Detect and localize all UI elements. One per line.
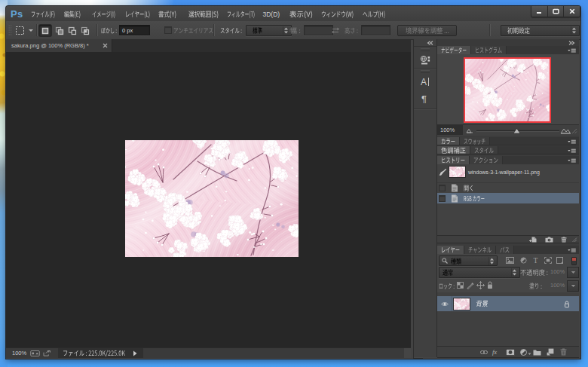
- swap-dimensions-icon[interactable]: [331, 27, 340, 34]
- filter-shape-layers-icon[interactable]: [544, 257, 552, 264]
- history-row-selected[interactable]: [437, 193, 579, 203]
- new-group-icon[interactable]: [533, 349, 541, 356]
- style-select[interactable]: [246, 25, 292, 36]
- new-snapshot-icon[interactable]: [545, 237, 553, 243]
- menu-item-8[interactable]: 3D(D): [263, 9, 280, 19]
- collapsed-dock-header[interactable]: [414, 39, 436, 47]
- menu-item-1[interactable]: [31, 9, 55, 19]
- character-panel-button[interactable]: A: [414, 73, 436, 90]
- minimize-button[interactable]: [531, 6, 547, 17]
- tab-navigator[interactable]: [437, 46, 471, 54]
- fill-value[interactable]: 100%: [550, 282, 565, 289]
- layer-style-button[interactable]: fx: [492, 348, 497, 356]
- status-zoom-level[interactable]: 100%: [12, 350, 26, 356]
- fill-dropdown-button[interactable]: [567, 280, 579, 292]
- tab-paths[interactable]: [496, 246, 514, 254]
- tab-adjustments[interactable]: [437, 146, 470, 154]
- tab-histogram[interactable]: [471, 46, 507, 54]
- menu-item-11[interactable]: [363, 9, 385, 19]
- history-source-checkbox[interactable]: [439, 185, 446, 191]
- zoom-in-thumbnail-icon[interactable]: [560, 127, 571, 134]
- panel-menu-icon[interactable]: [568, 48, 576, 54]
- tab-swatches[interactable]: [460, 137, 490, 145]
- zoom-out-thumbnail-icon[interactable]: [466, 127, 473, 133]
- tab-layers[interactable]: [437, 246, 464, 254]
- tab-history[interactable]: [437, 156, 470, 164]
- subtract-from-selection-button[interactable]: [66, 25, 78, 36]
- lock-transparency-icon[interactable]: [457, 282, 464, 289]
- menu-item-5[interactable]: [158, 9, 176, 19]
- panel-menu-icon[interactable]: [568, 148, 576, 154]
- tab-label: [464, 138, 485, 145]
- filter-pixel-layers-icon[interactable]: [506, 257, 514, 264]
- menu-item-9[interactable]: [289, 9, 313, 19]
- workspace-select[interactable]: [501, 25, 580, 36]
- new-adjustment-layer-icon[interactable]: [520, 349, 527, 356]
- history-source-checkbox[interactable]: [439, 195, 446, 202]
- export-icon[interactable]: [43, 350, 51, 356]
- tab-channels[interactable]: [464, 246, 496, 254]
- blend-mode-select[interactable]: [439, 267, 520, 278]
- navigator-zoom-input[interactable]: 100%: [437, 125, 463, 135]
- add-layer-mask-icon[interactable]: [506, 349, 515, 356]
- feather-input[interactable]: 0 px: [119, 25, 150, 35]
- layer-filter-select[interactable]: [439, 255, 498, 266]
- panel-menu-icon[interactable]: [568, 248, 576, 253]
- menu-item-6[interactable]: [188, 9, 219, 19]
- document-tab[interactable]: sakura.png @ 100% (RGB/8) *: [6, 39, 112, 53]
- 3d-panel-button[interactable]: [414, 51, 436, 68]
- opacity-dropdown-button[interactable]: [567, 267, 579, 278]
- filter-adjustment-layers-icon[interactable]: [520, 257, 527, 264]
- tab-actions[interactable]: [470, 156, 503, 164]
- tab-color[interactable]: [437, 137, 460, 145]
- menu-item-7[interactable]: [227, 9, 255, 19]
- menu-item-10[interactable]: [321, 9, 354, 19]
- canvas[interactable]: [6, 52, 411, 347]
- add-to-selection-button[interactable]: [54, 25, 66, 36]
- link-layers-icon[interactable]: [480, 350, 488, 355]
- history-row[interactable]: [437, 183, 579, 193]
- new-document-from-state-icon[interactable]: [529, 237, 537, 243]
- close-button[interactable]: [563, 6, 580, 17]
- lock-position-icon[interactable]: [476, 281, 485, 289]
- filter-type-layers-icon[interactable]: T: [533, 257, 539, 264]
- paragraph-panel-icon: ¶: [421, 93, 430, 103]
- new-selection-button[interactable]: [39, 25, 51, 36]
- intersect-selection-button[interactable]: [79, 25, 91, 36]
- maximize-icon: [553, 8, 559, 14]
- width-input[interactable]: [304, 25, 333, 35]
- menu-item-2[interactable]: [64, 9, 81, 19]
- refine-edge-button[interactable]: [397, 25, 457, 36]
- tab-styles[interactable]: [470, 146, 498, 154]
- filter-smart-objects-icon[interactable]: [556, 257, 563, 264]
- delete-layer-icon[interactable]: [560, 348, 567, 356]
- layer-visibility-cell[interactable]: [437, 296, 452, 311]
- antialias-checkbox[interactable]: [164, 26, 172, 34]
- layer-row-background[interactable]: [437, 296, 579, 311]
- options-bar-grip[interactable]: [8, 24, 12, 36]
- opacity-value[interactable]: 100%: [550, 268, 565, 275]
- status-menu-arrow-icon[interactable]: [133, 350, 137, 356]
- maximize-button[interactable]: [547, 6, 564, 17]
- panel-menu-icon[interactable]: [568, 158, 576, 164]
- file-info: [58, 348, 143, 358]
- navigator-preview[interactable]: [464, 57, 551, 123]
- document-tab-close-icon[interactable]: [103, 43, 108, 48]
- document-image[interactable]: [125, 140, 299, 257]
- layer-filter-toggle[interactable]: [571, 257, 577, 265]
- lock-image-icon[interactable]: [467, 282, 474, 289]
- lock-all-icon[interactable]: [487, 281, 493, 289]
- panel-resize-grip[interactable]: [571, 237, 577, 243]
- height-input[interactable]: [361, 25, 390, 35]
- adobe-drive-icon[interactable]: [30, 350, 40, 356]
- paragraph-panel-button[interactable]: ¶: [414, 90, 436, 106]
- new-layer-icon[interactable]: [547, 348, 554, 356]
- history-brush-source-icon[interactable]: [439, 168, 447, 176]
- panel-menu-icon[interactable]: [568, 139, 576, 145]
- navigator-zoom-slider[interactable]: [476, 127, 560, 134]
- menu-item-4[interactable]: [125, 9, 150, 19]
- delete-state-icon[interactable]: [561, 237, 567, 243]
- history-snapshot-row[interactable]: windows-3-1-wallpaper-11.png: [437, 165, 579, 179]
- panel-resize-grip[interactable]: [571, 128, 577, 134]
- menu-item-3[interactable]: [92, 9, 115, 19]
